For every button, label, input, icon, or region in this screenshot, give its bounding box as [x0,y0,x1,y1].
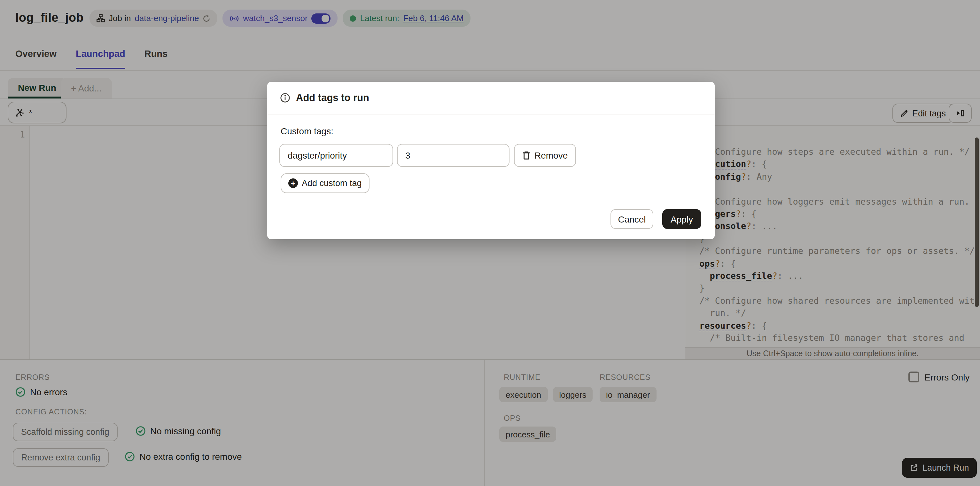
screen: log_file_job Job in data-eng-pipeline [0,0,980,486]
cancel-button[interactable]: Cancel [611,209,653,229]
dialog-header: Add tags to run [267,82,715,115]
dialog-title: Add tags to run [296,92,369,104]
add-custom-tag-button[interactable]: + Add custom tag [281,173,369,193]
custom-tags-label: Custom tags: [281,126,333,136]
plus-circle-icon: + [288,178,298,188]
trash-icon [522,151,531,160]
add-tags-dialog: Add tags to run Custom tags: Remove + Ad… [267,82,715,239]
tag-value-input[interactable] [397,144,509,167]
apply-button[interactable]: Apply [662,209,701,229]
remove-tag-label: Remove [535,150,568,161]
tag-key-input[interactable] [279,144,393,167]
add-custom-tag-label: Add custom tag [302,178,362,188]
modal-overlay[interactable] [0,0,980,486]
info-icon [280,93,290,103]
remove-tag-button[interactable]: Remove [514,144,576,167]
